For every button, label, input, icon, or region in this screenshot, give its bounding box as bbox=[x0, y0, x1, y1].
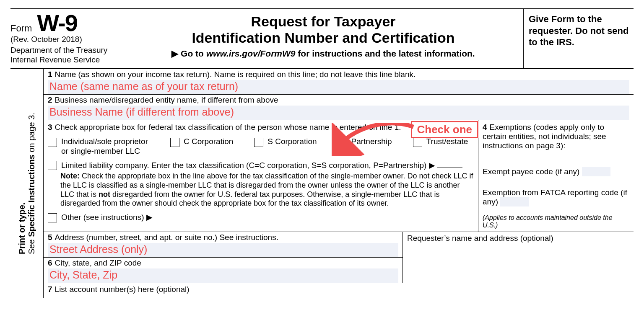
form-word: Form bbox=[10, 23, 32, 34]
title: Request for Taxpayer Identification Numb… bbox=[127, 13, 519, 46]
sec-5-6: 5Address (number, street, and apt. or su… bbox=[44, 232, 634, 283]
body: Print or type. See Specific Instructions… bbox=[10, 69, 634, 298]
cb-llc[interactable]: Limited liability company. Enter the tax… bbox=[48, 160, 475, 170]
cb-individual[interactable]: Individual/sole proprietor or single-mem… bbox=[48, 137, 149, 156]
sidebar-text: Print or type. See Specific Instructions… bbox=[17, 113, 36, 254]
revision: (Rev. October 2018) bbox=[10, 35, 119, 44]
line-2-input[interactable]: Business Name (if different from above) bbox=[48, 106, 629, 120]
section-4: 4Exemptions (codes apply only to certain… bbox=[478, 120, 634, 232]
header: Form W-9 (Rev. October 2018) Department … bbox=[10, 9, 634, 69]
checkbox-icon bbox=[48, 138, 57, 147]
sec-5-6-left: 5Address (number, street, and apt. or su… bbox=[44, 232, 403, 283]
line-5-input[interactable]: Street Address (only) bbox=[48, 243, 398, 257]
line-1-input[interactable]: Name (same name as of your tax return) bbox=[48, 80, 629, 94]
form-code: W-9 bbox=[37, 12, 77, 34]
fatca-small: (Applies to accounts maintained outside … bbox=[483, 214, 629, 229]
llc-note: Note: Check the appropriate box in the l… bbox=[60, 172, 475, 208]
checkbox-row-1: Individual/sole proprietor or single-mem… bbox=[48, 137, 475, 156]
checkbox-icon bbox=[413, 138, 422, 147]
fatca-code-input[interactable] bbox=[500, 197, 529, 206]
requester-box[interactable]: Requester’s name and address (optional) bbox=[403, 232, 634, 283]
checkbox-icon bbox=[170, 138, 179, 147]
line-7: 7List account number(s) here (optional) bbox=[44, 283, 634, 298]
sec-3-4: 3Check appropriate box for federal tax c… bbox=[44, 120, 634, 232]
check-one-callout: Check one bbox=[411, 121, 479, 138]
department: Department of the Treasury Internal Reve… bbox=[10, 46, 119, 65]
header-center: Request for Taxpayer Identification Numb… bbox=[123, 9, 524, 68]
form-w9: Form W-9 (Rev. October 2018) Department … bbox=[10, 8, 634, 298]
sidebar: Print or type. See Specific Instructions… bbox=[10, 69, 44, 298]
exempt-payee-input[interactable] bbox=[582, 167, 610, 176]
checkbox-icon bbox=[48, 161, 57, 170]
cb-s-corp[interactable]: S Corporation bbox=[254, 137, 317, 147]
llc-classification-input[interactable] bbox=[437, 160, 462, 168]
exempt-payee-row: Exempt payee code (if any) bbox=[483, 167, 629, 176]
checkbox-icon bbox=[48, 213, 57, 222]
cb-trust[interactable]: Trust/estate bbox=[413, 137, 468, 147]
cb-other[interactable]: Other (see instructions) ▶ bbox=[48, 212, 475, 222]
line-2: 2Business name/disregarded entity name, … bbox=[44, 95, 634, 120]
checkbox-icon bbox=[338, 138, 347, 147]
line-5: 5Address (number, street, and apt. or su… bbox=[44, 232, 402, 258]
line-1: 1Name (as shown on your income tax retur… bbox=[44, 69, 634, 95]
checkbox-icon bbox=[254, 138, 263, 147]
line-6: 6City, state, and ZIP code City, State, … bbox=[44, 258, 402, 283]
header-right: Give Form to the requester. Do not send … bbox=[524, 9, 634, 68]
header-left: Form W-9 (Rev. October 2018) Department … bbox=[10, 9, 123, 68]
cb-partnership[interactable]: Partnership bbox=[338, 137, 392, 147]
cb-c-corp[interactable]: C Corporation bbox=[170, 137, 233, 147]
line-6-input[interactable]: City, State, Zip bbox=[48, 268, 398, 283]
goto-line: ▶ Go to www.irs.gov/FormW9 for instructi… bbox=[127, 49, 519, 59]
main: 1Name (as shown on your income tax retur… bbox=[44, 69, 634, 298]
fatca-row: Exemption from FATCA reporting code (if … bbox=[483, 188, 629, 206]
